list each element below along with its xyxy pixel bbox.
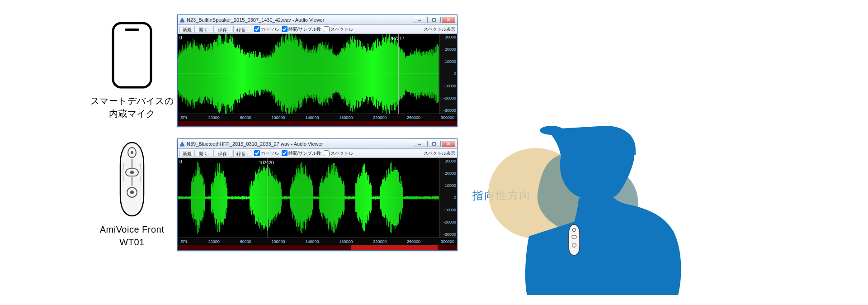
y-tick: 0 [440, 71, 456, 76]
svg-point-594 [130, 191, 134, 194]
device-amivoice: AmiVoice Front WT01 [87, 141, 177, 248]
audio-window-builtin: N23_BuiltInSpeaker_2015_0307_1430_42.wav… [177, 14, 458, 127]
x-axis: SPL2000060000100000140000180000220000260… [178, 114, 457, 121]
progress-bar[interactable] [178, 245, 457, 250]
x-axis-label: SPL [180, 239, 188, 244]
y-tick: 20000 [440, 171, 456, 176]
x-tick: 140000 [305, 239, 319, 244]
minimize-button[interactable] [413, 17, 426, 23]
window-title: N39_BluetoothHFP_2015_0310_2033_27.wav -… [187, 141, 411, 147]
x-tick: 220000 [373, 115, 387, 120]
mic-device-icon [114, 141, 150, 218]
x-tick: 300000 [441, 239, 454, 244]
toolbar-button[interactable]: 録音.. [233, 26, 251, 33]
x-tick: 60000 [240, 115, 251, 120]
toolbar: 新規開く..保存..録音..カーソル時間/サンプル数スペクトルスペクトル表示 [178, 25, 457, 34]
y-tick: -30000 [440, 108, 456, 113]
x-tick: 100000 [272, 239, 285, 244]
y-tick: -20000 [440, 96, 456, 100]
y-tick: -10000 [440, 84, 456, 88]
window-title: N23_BuiltInSpeaker_2015_0307_1430_42.wav… [187, 17, 411, 23]
svg-point-591 [130, 171, 134, 174]
y-axis: 3000020000100000-10000-20000-30000 [439, 158, 457, 238]
checkbox-input[interactable] [282, 26, 288, 32]
x-tick: 20000 [208, 239, 220, 244]
maximize-button[interactable] [427, 141, 441, 147]
waveform-annotation: 267317 [389, 36, 405, 41]
checkbox-label: 時間/サンプル数 [288, 150, 321, 157]
y-tick: 10000 [440, 59, 456, 64]
toolbar-button[interactable]: 録音.. [233, 150, 251, 157]
svg-rect-3 [433, 19, 435, 21]
y-tick: -30000 [440, 232, 456, 237]
toolbar-button[interactable]: 開く.. [196, 26, 214, 33]
toolbar-button[interactable]: 開く.. [196, 150, 214, 157]
toolbar-button[interactable]: 新規 [179, 150, 195, 157]
x-tick: 220000 [373, 239, 387, 244]
toolbar-checkbox[interactable]: 時間/サンプル数 [282, 150, 321, 157]
x-axis: SPL2000060000100000140000180000220000260… [178, 238, 457, 245]
svg-text:0: 0 [179, 159, 182, 164]
waveform-canvas[interactable]: 0102420 [178, 158, 439, 238]
progress-bar[interactable] [178, 121, 457, 126]
window-titlebar: N39_BluetoothHFP_2015_0310_2033_27.wav -… [178, 139, 457, 149]
maximize-button[interactable] [427, 17, 441, 23]
x-axis-label: SPL [180, 115, 188, 120]
checkbox-input[interactable] [254, 150, 260, 156]
window-titlebar: N23_BuiltInSpeaker_2015_0307_1430_42.wav… [178, 15, 457, 25]
y-axis: 3000020000100000-10000-20000-30000 [439, 34, 457, 114]
toolbar-checkbox[interactable]: カーソル [254, 26, 279, 33]
svg-rect-1 [125, 29, 139, 31]
waveform-canvas[interactable]: 0267317 [178, 34, 439, 114]
svg-point-588 [131, 151, 133, 154]
x-tick: 60000 [240, 239, 251, 244]
checkbox-input[interactable] [282, 150, 288, 156]
x-tick: 300000 [441, 115, 454, 120]
toolbar: 新規開く..保存..録音..カーソル時間/サンプル数スペクトルスペクトル表示 [178, 149, 457, 158]
waveform-area: 0267317 3000020000100000-10000-20000-300… [178, 34, 457, 114]
close-button[interactable] [442, 17, 455, 23]
checkbox-input[interactable] [324, 26, 330, 32]
toolbar-checkbox[interactable]: スペクトル [324, 26, 353, 33]
checkbox-label: スペクトル [330, 150, 353, 157]
smartphone-icon [109, 21, 155, 89]
y-tick: 0 [440, 195, 456, 200]
toolbar-checkbox[interactable]: スペクトル [324, 150, 353, 157]
y-tick: 30000 [440, 35, 456, 39]
toolbar-checkbox[interactable]: カーソル [254, 150, 279, 157]
checkbox-input[interactable] [254, 26, 260, 32]
progress-segment [438, 245, 457, 250]
minimize-button[interactable] [413, 141, 426, 147]
checkbox-label: スペクトル [330, 26, 353, 33]
y-tick: -20000 [440, 220, 456, 224]
toolbar-checkbox[interactable]: 時間/サンプル数 [282, 26, 321, 33]
progress-segment [178, 245, 351, 250]
person-silhouette-figure [484, 96, 701, 295]
row-builtin-mic: スマートデバイスの 内蔵マイク N23_BuiltInSpeaker_2015_… [87, 14, 458, 127]
y-tick: 20000 [440, 47, 456, 52]
toolbar-button[interactable]: 保存.. [215, 150, 233, 157]
toolbar-right-label[interactable]: スペクトル表示 [424, 26, 455, 33]
x-tick: 20000 [208, 115, 220, 120]
svg-rect-0 [113, 23, 151, 87]
device-smartphone-label: スマートデバイスの 内蔵マイク [90, 95, 174, 120]
x-tick: 140000 [305, 115, 319, 120]
checkbox-label: カーソル [261, 26, 279, 33]
toolbar-button[interactable]: 保存.. [215, 26, 233, 33]
checkbox-label: 時間/サンプル数 [288, 26, 321, 33]
svg-text:0: 0 [179, 35, 182, 40]
close-button[interactable] [442, 141, 455, 147]
clip-mic-icon [569, 224, 580, 255]
toolbar-button[interactable]: 新規 [179, 26, 195, 33]
toolbar-right-label[interactable]: スペクトル表示 [424, 150, 455, 157]
app-icon [179, 17, 185, 23]
x-tick: 180000 [339, 239, 353, 244]
progress-segment [351, 245, 438, 250]
y-tick: 10000 [440, 183, 456, 188]
device-amivoice-label: AmiVoice Front WT01 [100, 223, 165, 248]
row-amivoice: AmiVoice Front WT01 N39_BluetoothHFP_201… [87, 138, 458, 251]
x-tick: 180000 [339, 115, 353, 120]
checkbox-input[interactable] [324, 150, 330, 156]
audio-window-amivoice: N39_BluetoothHFP_2015_0310_2033_27.wav -… [177, 138, 458, 251]
y-tick: -10000 [440, 208, 456, 212]
